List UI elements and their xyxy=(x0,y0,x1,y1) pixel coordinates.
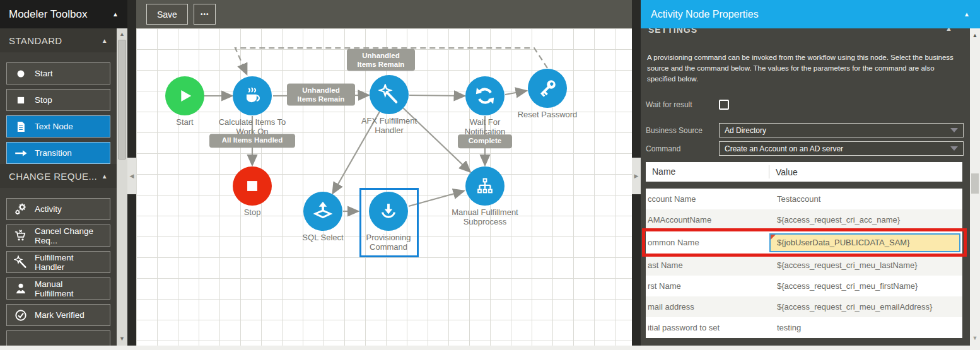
workflow-node-start[interactable] xyxy=(165,76,204,115)
sidebar-item-partial[interactable] xyxy=(6,330,110,346)
parameter-row-6[interactable]: itial password to settesting xyxy=(646,317,962,338)
transition-label-badge[interactable]: All Items Handled xyxy=(209,134,295,148)
scroll-up-icon[interactable]: ▲ xyxy=(117,30,127,38)
workflow-node-calculate[interactable] xyxy=(233,76,272,115)
workflow-canvas[interactable]: StartCalculate Items To Work OnAFX Fulfi… xyxy=(136,28,632,346)
save-button[interactable]: Save xyxy=(146,4,188,25)
node-label-reset: Reset Password xyxy=(511,110,584,119)
panel-header[interactable]: Activity Node Properties ▲ xyxy=(641,0,980,28)
parameter-name[interactable]: AMAccountName xyxy=(646,215,769,225)
parameters-table: Name Value ccount NameTestaccountAMAccou… xyxy=(646,162,962,338)
sidebar-item-cancel-change-req[interactable]: Cancel Change Req... xyxy=(6,225,110,247)
sidebar-item-label: Start xyxy=(35,69,53,78)
sidebar-item-mark-verified[interactable]: Mark Verified xyxy=(6,304,110,326)
sidebar-item-start[interactable]: Start xyxy=(6,62,110,85)
column-header-name: Name xyxy=(646,165,769,178)
panel-collapse-arrow-icon[interactable]: ▲ xyxy=(964,11,970,18)
node-label-start: Start xyxy=(148,117,221,127)
workflow-node-sql[interactable] xyxy=(303,192,342,231)
section-header-change-reque[interactable]: CHANGE REQUE...▲ xyxy=(0,164,117,188)
parameter-value[interactable]: ${access_request_cri_meu_emailAddress} xyxy=(769,302,962,312)
sidebar-item-fulfillment-handler[interactable]: Fulfillment Handler xyxy=(6,251,110,273)
scroll-down-icon[interactable]: ▼ xyxy=(970,335,980,341)
coffee-icon xyxy=(242,85,263,107)
more-options-button[interactable]: ••• xyxy=(194,4,216,25)
wait-for-result-label: Wait for result xyxy=(646,100,719,109)
arrow-right-icon xyxy=(13,146,28,160)
parameter-name[interactable]: itial password to set xyxy=(646,323,769,332)
parameter-name[interactable]: rst Name xyxy=(646,281,769,291)
parameter-row-4[interactable]: rst Name${access_request_cri_meu_firstNa… xyxy=(646,276,962,296)
sidebar-item-manual-fulfillment[interactable]: Manual Fulfillment xyxy=(6,277,110,300)
section-label: CHANGE REQUE... xyxy=(9,171,102,182)
section-header-standard[interactable]: STANDARD▲ xyxy=(0,28,117,52)
collapse-arrow-icon[interactable]: ▲ xyxy=(102,37,108,44)
sidebar-item-label: Transition xyxy=(35,148,72,158)
settings-section-header[interactable]: SETTINGS ▲ xyxy=(641,28,970,40)
person-icon xyxy=(13,282,28,296)
parameter-value[interactable]: ${access_request_cri_acc_name} xyxy=(769,215,962,225)
editor-toolbar: Save ••• xyxy=(136,0,632,28)
check-circle-icon xyxy=(13,308,28,322)
canvas-scroll-left-arrow[interactable]: ◀ xyxy=(127,158,136,194)
workflow-node-wait[interactable] xyxy=(465,76,505,115)
sidebar-item-stop[interactable]: Stop xyxy=(6,89,110,111)
parameter-row-3[interactable]: ast Name${access_request_cri_meu_lastNam… xyxy=(646,255,962,276)
node-label-sql: SQL Select xyxy=(286,233,359,242)
parameter-value[interactable]: ${access_request_cri_meu_lastName} xyxy=(769,260,962,270)
none-icon xyxy=(13,335,28,346)
parameter-row-2[interactable]: ommon Name${jobUserData_PUBLICDATA_SAM} xyxy=(646,230,962,255)
parameter-name[interactable]: ccount Name xyxy=(646,194,769,204)
panel-scrollbar[interactable]: ▲ ▼ xyxy=(970,28,980,350)
parameter-value[interactable]: ${access_request_cri_meu_firstName} xyxy=(769,281,962,291)
canvas-right-gutter: ▶ xyxy=(632,0,641,346)
node-label-wait: Wait For Notification xyxy=(448,117,522,136)
workflow-node-afx[interactable] xyxy=(370,75,409,114)
parameter-value-input[interactable]: ${jobUserData_PUBLICDATA_SAM} xyxy=(769,233,960,252)
sidebar-sections: STANDARD▲StartStopText NodeTransitionCHA… xyxy=(0,28,117,346)
collapse-arrow-icon[interactable]: ▲ xyxy=(102,173,108,180)
key-icon xyxy=(537,78,558,99)
sidebar-item-label: Activity xyxy=(35,204,62,214)
sidebar-scrollbar[interactable]: ▲ ▼ xyxy=(117,28,127,346)
parameter-value[interactable]: testing xyxy=(769,323,962,332)
sidebar-scrollbar-thumb[interactable] xyxy=(118,40,126,160)
panel-scrollbar-thumb[interactable] xyxy=(971,173,979,194)
parameter-name[interactable]: ommon Name xyxy=(646,238,769,247)
scroll-down-icon[interactable]: ▼ xyxy=(117,334,127,343)
workflow-node-reset[interactable] xyxy=(528,69,567,108)
sidebar-title: Modeler Toolbox xyxy=(9,8,112,21)
parameter-row-5[interactable]: mail address${access_request_cri_meu_ema… xyxy=(646,296,962,317)
gears-icon xyxy=(13,202,28,216)
sidebar-item-label: Cancel Change Req... xyxy=(35,226,103,245)
modeler-app: Modeler Toolbox ▲ STANDARD▲StartStopText… xyxy=(0,0,980,350)
transition-label-badge[interactable]: Complete xyxy=(458,134,512,148)
workflow-node-manual[interactable] xyxy=(465,166,505,206)
parameter-value[interactable]: Testaccount xyxy=(769,194,962,204)
sidebar-item-transition[interactable]: Transition xyxy=(6,142,110,164)
sidebar-item-text-node[interactable]: Text Node xyxy=(6,115,110,137)
canvas-scroll-right-arrow[interactable]: ▶ xyxy=(632,158,641,194)
wait-for-result-checkbox[interactable] xyxy=(719,100,729,110)
parameter-name[interactable]: ast Name xyxy=(646,260,769,270)
node-label-afx: AFX Fulfillment Handler xyxy=(353,116,426,135)
command-dropdown[interactable]: Create an Account on an AD server xyxy=(719,141,964,156)
business-source-dropdown[interactable]: Ad Directory xyxy=(719,123,964,137)
parameter-row-0[interactable]: ccount NameTestaccount xyxy=(646,189,962,209)
square-icon xyxy=(13,93,28,107)
hierarchy-icon xyxy=(474,175,496,197)
workflow-node-stop[interactable] xyxy=(233,166,272,206)
settings-label: SETTINGS xyxy=(648,28,697,35)
sidebar-item-activity[interactable]: Activity xyxy=(6,198,110,220)
settings-collapse-arrow-icon[interactable]: ▲ xyxy=(945,28,952,32)
transition-label-badge[interactable]: Unhandled Items Remain xyxy=(287,84,355,106)
transition-label-badge[interactable]: Unhandled Items Remain xyxy=(347,49,415,71)
sidebar-item-label: Stop xyxy=(35,95,52,105)
parameter-name[interactable]: mail address xyxy=(646,302,769,312)
scroll-up-icon[interactable]: ▲ xyxy=(970,32,980,38)
parameter-row-1[interactable]: AMAccountName${access_request_cri_acc_na… xyxy=(646,209,962,230)
sidebar-header[interactable]: Modeler Toolbox ▲ xyxy=(0,0,127,28)
page-bottom-strip xyxy=(0,346,980,350)
collapse-arrow-icon[interactable]: ▲ xyxy=(112,11,119,18)
workflow-node-prov[interactable] xyxy=(369,192,408,231)
